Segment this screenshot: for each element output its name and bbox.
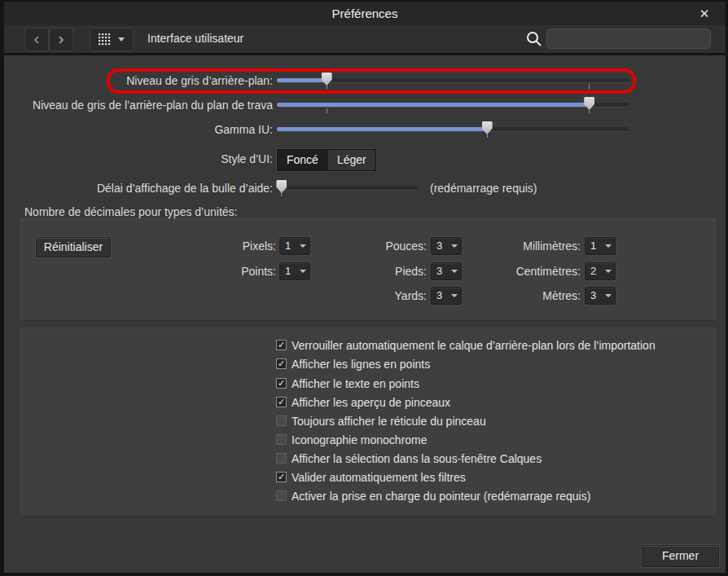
dropdown-value: 3 xyxy=(590,288,596,304)
dropdown-caret-icon xyxy=(605,270,612,273)
dropdown-caret-icon xyxy=(605,244,612,248)
search-input[interactable] xyxy=(546,29,711,49)
ui-style-segmented: Foncé Léger xyxy=(277,149,376,171)
slider-thumb[interactable] xyxy=(482,121,493,134)
checkbox-label: Activer la prise en charge du pointeur (… xyxy=(292,489,590,503)
checkbox-label: Toujours afficher le réticule du pinceau xyxy=(292,414,486,429)
checkbox[interactable]: ✓ xyxy=(276,340,287,350)
tooltip-delay-row: Délai d’affichage de la bulle d’aide: (r… xyxy=(4,178,726,198)
checkbox-label: Verrouiller automatiquement le calque d’… xyxy=(292,338,656,353)
unit-field-row: Centimètres:2 xyxy=(21,262,717,281)
option-row: Afficher la sélection dans la sous-fenêt… xyxy=(276,451,716,466)
options-panel: ✓Verrouiller automatiquement le calque d… xyxy=(20,328,716,517)
slider-thumb[interactable] xyxy=(584,97,594,110)
unit-field-row: Mètres:3 xyxy=(21,286,717,306)
slider-row: Niveau de gris d’arrière-plan: xyxy=(4,71,726,90)
unit-dropdown[interactable]: 2 xyxy=(585,262,616,280)
option-row: ✓Afficher les aperçu de pinceaux xyxy=(276,395,716,410)
checkbox-label: Iconographie monochrome xyxy=(292,433,428,447)
chevron-left-icon xyxy=(32,35,42,45)
option-row: Toujours afficher le réticule du pinceau xyxy=(276,414,716,429)
slider-label: Niveau de gris d’arrière-plan: xyxy=(4,71,273,90)
checkbox[interactable]: ✓ xyxy=(276,378,287,389)
unit-label: Mètres: xyxy=(542,286,581,306)
close-dialog-button[interactable]: Fermer xyxy=(642,545,719,567)
slider-thumb[interactable] xyxy=(276,180,287,193)
tooltip-delay-slider[interactable] xyxy=(278,178,418,198)
window-title: Préférences xyxy=(4,2,726,25)
checkbox[interactable] xyxy=(276,434,287,445)
checkbox-label: Afficher les aperçu de pinceaux xyxy=(292,395,450,410)
slider[interactable] xyxy=(277,120,629,139)
chevron-right-icon xyxy=(56,35,66,45)
checkbox[interactable] xyxy=(276,453,287,464)
preferences-window: Préférences ✕ Interface utilisateur xyxy=(4,2,726,573)
slider[interactable] xyxy=(277,95,629,115)
checkbox[interactable] xyxy=(276,490,287,501)
slider-track xyxy=(278,186,418,190)
option-row: Activer la prise en charge du pointeur (… xyxy=(276,489,716,503)
ui-style-dark-button[interactable]: Foncé xyxy=(278,150,327,170)
caret-down-icon xyxy=(118,37,125,42)
restart-required-note: (redémarrage requis) xyxy=(430,178,537,198)
section-title: Interface utilisateur xyxy=(147,25,243,53)
checkbox[interactable]: ✓ xyxy=(276,397,287,407)
checkbox-label: Afficher les lignes en points xyxy=(292,357,430,372)
slider-fill xyxy=(277,78,327,82)
title-bar: Préférences ✕ xyxy=(4,2,726,26)
slider-row: Gamma IU: xyxy=(4,120,726,139)
slider-label: Niveau de gris de l’arrière-plan du plan… xyxy=(4,95,273,115)
option-row: ✓Afficher les lignes en points xyxy=(276,357,716,372)
checkbox-label: Afficher la sélection dans la sous-fenêt… xyxy=(292,451,542,466)
search-icon xyxy=(525,30,543,48)
dropdown-value: 2 xyxy=(590,263,596,279)
ui-style-label: Style d’UI: xyxy=(4,149,273,169)
unit-label: Centimètres: xyxy=(516,262,581,281)
slider-row: Niveau de gris de l’arrière-plan du plan… xyxy=(4,95,726,115)
units-panel: Réinitialiser Pixels:1Points:1Pouces:3Pi… xyxy=(20,218,716,321)
slider-tick-mark xyxy=(589,84,590,89)
slider-fill xyxy=(277,127,487,131)
slider-fill xyxy=(277,103,589,107)
ui-style-light-button[interactable]: Léger xyxy=(327,150,375,170)
unit-dropdown[interactable]: 1 xyxy=(585,237,616,255)
dropdown-caret-icon xyxy=(605,294,612,297)
checkbox[interactable] xyxy=(276,416,287,426)
unit-label: Millimètres: xyxy=(523,236,581,256)
checkbox[interactable]: ✓ xyxy=(276,472,287,482)
option-row: ✓Afficher le texte en points xyxy=(276,376,716,391)
option-row: Iconographie monochrome xyxy=(276,433,716,447)
back-button[interactable] xyxy=(24,28,49,51)
grid-dots-icon xyxy=(99,33,111,46)
unit-field-row: Millimètres:1 xyxy=(21,236,717,256)
checkbox-label: Afficher le texte en points xyxy=(292,376,419,391)
checkbox-label: Valider automatiquement les filtres xyxy=(292,470,466,485)
toolbar: Interface utilisateur xyxy=(4,25,726,55)
option-row: ✓Verrouiller automatiquement le calque d… xyxy=(276,338,716,353)
sections-grid-button[interactable] xyxy=(90,28,134,51)
option-row: ✓Valider automatiquement les filtres xyxy=(276,470,716,485)
slider[interactable] xyxy=(277,71,629,90)
checkbox[interactable]: ✓ xyxy=(276,358,287,369)
dropdown-value: 1 xyxy=(590,238,596,254)
unit-dropdown[interactable]: 3 xyxy=(585,287,616,305)
close-icon[interactable]: ✕ xyxy=(695,4,714,24)
slider-label: Gamma IU: xyxy=(4,120,273,139)
slider-thumb[interactable] xyxy=(322,73,332,86)
slider-tick-mark xyxy=(327,108,327,113)
decimals-heading: Nombre de décimales pour types d’unités: xyxy=(24,205,237,218)
forward-button[interactable] xyxy=(49,28,73,51)
tooltip-delay-label: Délai d’affichage de la bulle d’aide: xyxy=(4,178,273,198)
